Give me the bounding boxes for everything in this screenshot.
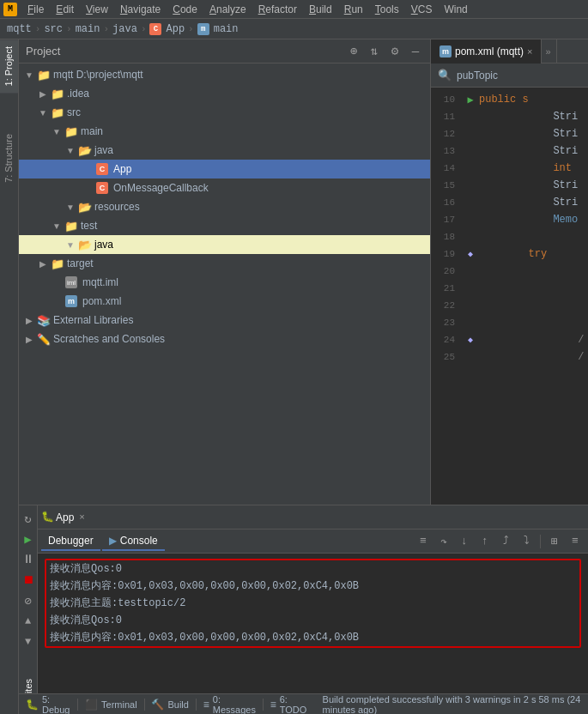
content-row: 1: Project 7: Structure Project ⊕ ⇅ ⚙ — (0, 39, 588, 714)
tree-ext-lib[interactable]: ▶ 📚 External Libraries (19, 311, 430, 330)
tree-java-src[interactable]: ▼ 📂 java (19, 141, 430, 160)
code-lines-container[interactable]: 10 ▶ public s 11 Stri 12 (431, 88, 588, 505)
breadcrumb-mqtt[interactable]: mqtt (7, 23, 32, 35)
panel-settings-icon[interactable]: ⚙ (387, 44, 403, 59)
menu-vcs[interactable]: VCS (406, 2, 438, 17)
tree-iml[interactable]: iml mqtt.iml (19, 273, 430, 292)
menu-edit[interactable]: Edit (51, 2, 79, 17)
menu-view[interactable]: View (81, 2, 113, 17)
debug-tab-icon: 🐛 (41, 511, 54, 523)
status-sep-3 (196, 699, 197, 711)
menu-tools[interactable]: Tools (370, 2, 404, 17)
debug-up-btn[interactable]: ▲ (19, 612, 38, 631)
debug-restart-btn[interactable]: ↻ (19, 509, 38, 528)
tree-test[interactable]: ▼ 📁 test (19, 216, 430, 235)
menu-code[interactable]: Code (167, 2, 203, 17)
breadcrumb-main[interactable]: main (76, 23, 100, 35)
toolbar-btn-stepover[interactable]: ↷ (434, 532, 453, 551)
debug-mute-btn[interactable]: ⊘ (19, 591, 38, 610)
breadcrumb-app[interactable]: C App (149, 23, 185, 35)
menu-wind[interactable]: Wind (439, 2, 472, 17)
breadcrumb-method-main[interactable]: m main (197, 23, 239, 35)
menu-file[interactable]: File (22, 2, 49, 17)
console-output[interactable]: 接收消息Qos:0 接收消息内容:0x01,0x03,0x00,0x00,0x0… (38, 554, 588, 693)
toolbar-btn-frames[interactable]: ⊞ (545, 532, 564, 551)
tree-java-test-label: java (94, 239, 427, 251)
idea-arrow-icon: ▶ (36, 89, 50, 99)
menu-navigate[interactable]: Navigate (115, 2, 166, 17)
app-icon: M (3, 3, 17, 16)
subtab-debugger[interactable]: Debugger (41, 532, 100, 551)
status-debug[interactable]: 🐛 5: Debug (26, 694, 70, 715)
tree-main[interactable]: ▼ 📁 main (19, 122, 430, 141)
toolbar-btn-evalexpr[interactable]: ⤵ (517, 532, 536, 551)
menu-analyze[interactable]: Analyze (204, 2, 252, 17)
code-line-12: 12 Stri (431, 125, 588, 142)
status-bar: 🐛 5: Debug ⬛ Terminal 🔨 Build ≡ 0: Messa… (19, 693, 588, 714)
tree-java-src-label: java (94, 144, 427, 156)
panel-hide-icon[interactable]: — (408, 44, 423, 59)
line-num-10: 10 (431, 94, 462, 105)
tree-root[interactable]: ▼ 📁 mqtt D:\project\mqtt (19, 65, 430, 84)
debug-pause-btn[interactable]: ⏸ (19, 550, 38, 569)
tree-src[interactable]: ▼ 📁 src (19, 103, 430, 122)
panel-target-icon[interactable]: ⊕ (346, 44, 361, 59)
toolbar-btn-stepout[interactable]: ↑ (476, 532, 494, 551)
tree-scratches[interactable]: ▶ ✏️ Scratches and Consoles (19, 330, 430, 348)
line-num-16: 16 (431, 197, 462, 208)
bottom-main: 🐛 App × Debugger ▶ Console (38, 505, 588, 693)
tree-pom-label: pom.xml (82, 295, 427, 307)
status-messages[interactable]: ≡ 0: Messages (203, 694, 256, 715)
iml-file-icon: iml (64, 275, 79, 289)
debug-resume-btn[interactable]: ▶ (19, 529, 38, 548)
breadcrumb-sep-1: › (35, 24, 41, 34)
tree-idea[interactable]: ▶ 📁 .idea (19, 84, 430, 103)
tree-target[interactable]: ▶ 📁 target (19, 254, 430, 273)
menu-run[interactable]: Run (339, 2, 368, 17)
left-tab-favorites[interactable]: 2: Favorites (20, 672, 37, 693)
menu-build[interactable]: Build (304, 2, 337, 17)
debug-down-btn[interactable]: ▼ (19, 632, 38, 651)
subtab-console[interactable]: ▶ Console (102, 532, 165, 551)
bookmark-icon-19: ◆ (468, 249, 473, 259)
tree-resources[interactable]: ▼ 📂 resources (19, 197, 430, 216)
pom-tab-close[interactable]: × (527, 46, 532, 57)
editor-tab-pom[interactable]: m pom.xml (mqtt) × (431, 39, 542, 64)
tree-onmessage[interactable]: C OnMessageCallback (19, 178, 430, 197)
extlib-icon: 📚 (36, 313, 52, 327)
menu-refactor[interactable]: Refactor (253, 2, 302, 17)
root-arrow-icon: ▼ (22, 70, 36, 80)
line-content-10: public s (479, 94, 529, 106)
left-tab-project[interactable]: 1: Project (0, 39, 18, 93)
app-class-icon: C (94, 162, 110, 176)
breadcrumb-src[interactable]: src (44, 23, 63, 35)
tree-app[interactable]: C App (19, 160, 430, 178)
toolbar-btn-stepinto[interactable]: ↓ (455, 532, 474, 551)
line-num-13: 13 (431, 146, 462, 156)
toolbar-btn-runtopos[interactable]: ⤴ (496, 532, 515, 551)
status-build-text: Build completed successfully with 3 warn… (323, 694, 581, 715)
editor-panel: m pom.xml (mqtt) × » 🔍 pubTopic (431, 39, 588, 505)
toolbar-btn-softwrap[interactable]: ≡ (414, 532, 433, 551)
breadcrumb-java[interactable]: java (112, 23, 137, 35)
bookmark-icon-24: ◆ (468, 335, 473, 345)
panel-collapse-icon[interactable]: ⇅ (367, 44, 382, 59)
tree-pom[interactable]: m pom.xml (19, 292, 430, 311)
idea-folder-icon: 📁 (50, 87, 65, 100)
status-terminal[interactable]: ⬛ Terminal (85, 699, 137, 711)
editor-tab-extra[interactable]: » (542, 39, 557, 64)
left-tabs: 1: Project 7: Structure (0, 39, 19, 714)
toolbar-btn-threads[interactable]: ≡ (566, 532, 585, 551)
test-folder-icon: 📁 (64, 219, 79, 233)
line-content-13: Stri (479, 145, 578, 157)
line-num-18: 18 (431, 232, 462, 242)
status-build-icon: 🔨 (151, 699, 164, 711)
line-num-21: 21 (431, 283, 462, 293)
src-arrow-icon: ▼ (36, 108, 50, 118)
debug-tab-close-btn[interactable]: × (79, 512, 85, 523)
debug-stop-btn[interactable]: ⏹ (19, 571, 38, 590)
tree-java-test[interactable]: ▼ 📂 java (19, 235, 430, 254)
status-todo[interactable]: ≡ 6: TODO (270, 694, 309, 715)
status-build[interactable]: 🔨 Build (151, 699, 188, 711)
left-tab-structure[interactable]: 7: Structure (0, 127, 18, 190)
